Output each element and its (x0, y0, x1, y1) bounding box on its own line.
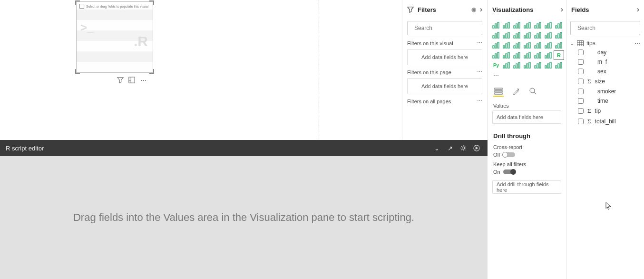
svg-rect-60 (547, 44, 549, 48)
viz-icon-donut[interactable] (502, 41, 511, 50)
fields-tab[interactable] (493, 86, 504, 97)
viz-icon-clustered-column[interactable] (523, 21, 532, 30)
svg-rect-43 (560, 32, 562, 38)
viz-icon-stacked-column-100[interactable] (544, 21, 553, 30)
viz-icon-map[interactable] (523, 41, 532, 50)
viz-icon-r-visual[interactable]: R (554, 51, 564, 60)
filters-visual-more-icon[interactable]: ⋯ (477, 40, 482, 46)
viz-icon-funnel[interactable] (544, 41, 553, 50)
viz-icon-kpi[interactable] (512, 51, 522, 60)
filters-search[interactable] (407, 21, 482, 35)
field-checkbox[interactable] (578, 59, 584, 65)
field-checkbox[interactable] (578, 98, 584, 104)
filters-page-dropzone[interactable]: Add data fields here (407, 78, 482, 94)
svg-rect-97 (550, 62, 551, 68)
field-total_bill[interactable]: Σtotal_bill (566, 116, 644, 127)
r-script-editor-header: R script editor ⌄ ↗ (0, 140, 488, 156)
viz-icon-filled-map[interactable] (533, 41, 543, 50)
fields-search-input[interactable] (577, 25, 644, 31)
viz-icon-pie[interactable] (491, 41, 501, 50)
field-sex[interactable]: sex (566, 67, 644, 76)
svg-rect-32 (524, 36, 526, 38)
field-label: day (597, 49, 606, 56)
viz-icon-card[interactable] (491, 51, 501, 60)
viz-icon-area[interactable] (491, 31, 501, 40)
field-m_f[interactable]: m_f (566, 57, 644, 67)
r-visual-placeholder[interactable]: Select or drag fields to populate this v… (76, 1, 153, 73)
field-checkbox[interactable] (578, 79, 584, 84)
report-canvas[interactable]: Select or drag fields to populate this v… (0, 0, 402, 140)
viz-icon-multi-row-card[interactable] (502, 51, 511, 60)
field-tip[interactable]: Σtip (566, 106, 644, 116)
viz-icon-stacked-column[interactable] (502, 21, 511, 30)
collapse-editor-icon[interactable]: ⌄ (431, 143, 442, 153)
collapse-viz-icon[interactable] (561, 5, 563, 14)
table-more-icon[interactable]: ⋯ (634, 40, 640, 47)
fields-title: Fields (571, 6, 589, 13)
script-options-icon[interactable] (458, 143, 468, 153)
drill-through-dropzone[interactable]: Add drill-through fields here (492, 180, 561, 194)
viz-icon-stacked-area[interactable] (502, 31, 511, 40)
values-dropzone[interactable]: Add data fields here (492, 110, 561, 124)
viz-icon-slicer[interactable] (523, 51, 532, 60)
viz-icon-stacked-bar-100[interactable] (533, 21, 543, 30)
visualizations-title: Visualizations (492, 6, 533, 13)
viz-icon-more[interactable]: ⋯ (491, 71, 501, 80)
popout-editor-icon[interactable]: ↗ (445, 143, 455, 153)
viz-icon-power-apps[interactable] (544, 61, 553, 70)
filters-all-more-icon[interactable]: ⋯ (477, 98, 482, 104)
viz-icon-decomposition-tree[interactable] (512, 61, 522, 70)
viz-icon-key-influencers[interactable] (502, 61, 511, 70)
collapse-fields-icon[interactable] (637, 5, 639, 14)
svg-rect-18 (547, 24, 549, 28)
viz-icon-line-clustered-column[interactable] (523, 31, 532, 40)
viz-icon-paginated[interactable] (533, 61, 543, 70)
viz-icon-matrix[interactable] (544, 51, 553, 60)
svg-rect-42 (558, 34, 559, 38)
viz-icon-gauge[interactable] (554, 41, 564, 50)
visualizations-pane: Visualizations RPy⋯ Values Add data fiel… (488, 0, 566, 279)
viz-icon-table[interactable] (533, 51, 543, 60)
keep-filters-toggle[interactable]: On (493, 169, 516, 175)
svg-rect-79 (539, 52, 541, 58)
svg-rect-91 (529, 62, 530, 68)
field-size[interactable]: Σsize (566, 76, 644, 87)
r-prompt-glyph: >_ (80, 21, 93, 34)
more-options-icon[interactable]: ⋯ (139, 76, 147, 84)
viz-icon-waterfall[interactable] (544, 31, 553, 40)
preview-icon[interactable]: ◉ (471, 6, 476, 13)
field-day[interactable]: day (566, 48, 644, 57)
viz-icon-stacked-bar[interactable] (491, 21, 501, 30)
fields-table-header[interactable]: ⌄ tips ⋯ (566, 39, 644, 48)
field-checkbox[interactable] (578, 50, 584, 55)
field-checkbox[interactable] (578, 108, 584, 114)
fields-search[interactable] (570, 21, 640, 35)
viz-icon-clustered-bar[interactable] (512, 21, 522, 30)
format-tab[interactable] (510, 86, 521, 97)
viz-icon-line-stacked-column[interactable] (512, 31, 522, 40)
cross-report-toggle[interactable]: Off (493, 152, 515, 158)
analytics-tab[interactable] (527, 86, 538, 97)
viz-icon-power-automate[interactable] (554, 61, 564, 70)
svg-rect-58 (539, 42, 541, 48)
r-script-editor-body[interactable]: Drag fields into the Values area in the … (0, 156, 488, 279)
viz-icon-scatter[interactable] (554, 31, 564, 40)
filters-visual-dropzone[interactable]: Add data fields here (407, 49, 482, 65)
field-checkbox[interactable] (578, 89, 584, 94)
viz-icon-treemap[interactable] (512, 41, 522, 50)
run-script-icon[interactable] (471, 143, 482, 153)
fields-list: daym_fsexΣsizesmokertimeΣtipΣtotal_bill (566, 48, 644, 127)
filters-page-more-icon[interactable]: ⋯ (477, 69, 482, 75)
filter-icon[interactable] (117, 76, 124, 84)
filters-search-input[interactable] (414, 25, 486, 31)
field-time[interactable]: time (566, 96, 644, 106)
field-checkbox[interactable] (578, 69, 584, 74)
viz-icon-line[interactable] (554, 21, 564, 30)
field-smoker[interactable]: smoker (566, 87, 644, 96)
collapse-filters-icon[interactable] (480, 5, 482, 14)
viz-icon-qna[interactable] (523, 61, 532, 70)
viz-icon-ribbon[interactable] (533, 31, 543, 40)
field-checkbox[interactable] (578, 119, 584, 124)
focus-mode-icon[interactable] (128, 76, 136, 84)
viz-icon-python-visual[interactable]: Py (491, 61, 501, 70)
